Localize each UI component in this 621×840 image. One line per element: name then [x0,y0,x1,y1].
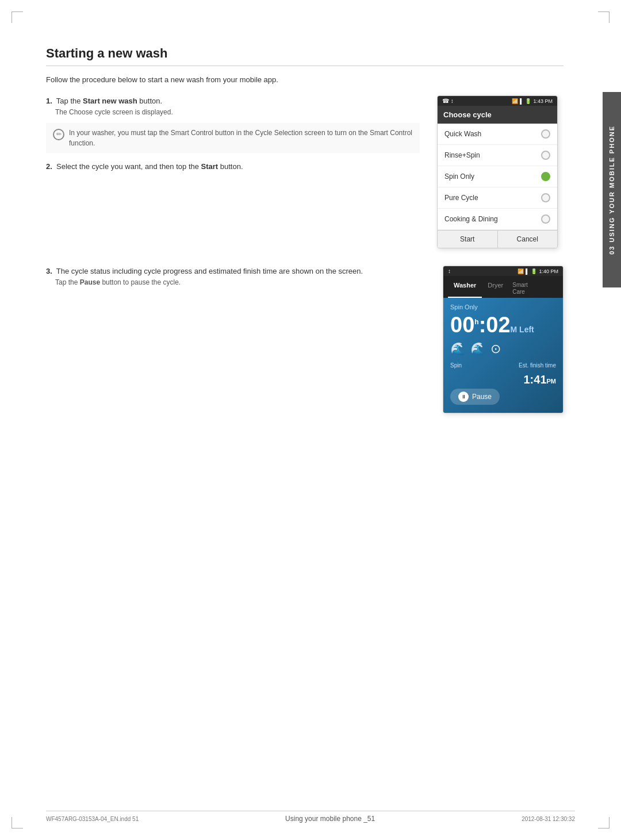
phone2-pause-label: Pause [472,393,492,401]
phone2-pause-btn[interactable]: ⏸ Pause [450,389,500,405]
phone2-est-time: 1:41PM [523,373,556,386]
step-1-number: 1. [46,97,52,105]
steps-1-2-row: 1. Tap the Start new wash button. The Ch… [46,95,564,248]
step-1: 1. Tap the Start new wash button. The Ch… [46,95,420,116]
side-tab-text: 03 USING YOUR MOBILE PHONE [608,125,615,255]
page-container: 03 USING YOUR MOBILE PHONE Starting a ne… [0,0,621,840]
phone2-spin-label: Spin Only [450,304,556,310]
section-title: Starting a new wash [46,46,564,66]
cycle-radio-rinsespin [541,151,550,160]
wave-icon-1: 🌊 [450,342,466,356]
phone2-pause-icon: ⏸ [458,392,469,402]
time-h-suffix: h [474,318,478,326]
phone2-est-time-value: 1:41 [523,373,546,386]
side-tab: 03 USING YOUR MOBILE PHONE [603,92,621,287]
phone2-tabs: Washer Dryer SmartCare [443,276,563,298]
step-2-bold: Start [201,162,218,171]
phone2-body: Spin Only 00h:02M Left 🌊 🌊 ⊙ Spin [443,298,563,413]
phone2-est-label: Est. finish time [519,362,556,369]
cycle-radio-cookingdining [541,214,550,224]
main-content: Starting a new wash Follow the procedure… [46,46,564,431]
corner-mark-tl [12,11,23,23]
step-1-sub: The Choose cycle screen is displayed. [55,108,420,116]
phone2-est-pm: PM [547,378,557,385]
corner-mark-br [598,817,610,829]
cycle-item-quickwash: Quick Wash [438,124,557,145]
phone1-cancel-btn[interactable]: Cancel [498,231,558,248]
time-colon: : [479,313,486,337]
phone2-footer-info: Spin Est. finish time [450,362,556,369]
intro-text: Follow the procedure below to start a ne… [46,75,564,84]
phone2-signal-icon: ▌ [526,269,529,274]
phone1-status-left: ☎ ↕ [442,98,454,104]
phone1-cycle-list: Quick Wash Rinse+Spin Spin Only Pur [438,124,557,230]
cycle-item-spinonly: Spin Only [438,166,557,187]
phone2-container: ↕ 📶 ▌ 🔋 1:40 PM Washer Dryer SmartCare [443,266,564,413]
time-minutes: 02 [486,313,510,337]
step-2: 2. Select the cycle you want, and then t… [46,161,420,172]
wave-icon-2: 🌊 [470,342,486,356]
phone2-spin-text: Spin [450,362,462,369]
cycle-radio-purecycle [541,193,550,202]
cycle-name-quickwash: Quick Wash [444,130,481,138]
step-3-row: 3. The cycle status including cycle prog… [46,266,564,413]
phone2-battery-icon: 🔋 [531,269,537,274]
phone2-wifi-icon: 📶 [518,269,524,274]
phone1-time: 1:43 PM [533,98,553,104]
cycle-name-rinsespin: Rinse+Spin [444,151,480,159]
corner-mark-tr [598,11,610,23]
step-3-number: 3. [46,267,52,275]
phone2-time: 1:40 PM [539,269,558,274]
phone2-tab-dryer[interactable]: Dryer [482,279,509,298]
phone2-status-left: ↕ [448,268,451,274]
steps-left: 1. Tap the Start new wash button. The Ch… [46,95,420,248]
phone1-header: Choose cycle [438,106,557,124]
corner-mark-bl [12,817,23,829]
cycle-name-purecycle: Pure Cycle [444,194,478,202]
wave-graphic: 🌊 🌊 ⊙ [450,342,556,356]
footer-right: 2012-08-31 12:30:32 [522,816,575,822]
step-1-text: 1. Tap the Start new wash button. [46,95,420,107]
signal-icon: ▌ [520,98,523,104]
step-3-sub: Tap the Pause button to pause the cycle. [55,278,425,286]
pause-bold: Pause [80,278,100,286]
battery-icon: 🔋 [525,98,531,104]
cycle-name-cookingdining: Cooking & Dining [444,215,498,223]
step-2-text: 2. Select the cycle you want, and then t… [46,161,420,172]
note-box: ✏ In your washer, you must tap the Smart… [46,123,420,153]
phone2-status-bar: ↕ 📶 ▌ 🔋 1:40 PM [443,266,563,276]
cycle-item-purecycle: Pure Cycle [438,187,557,209]
cycle-item-cookingdining: Cooking & Dining [438,209,557,230]
phone1-start-btn[interactable]: Start [438,231,498,248]
phone2-time-display: 00h:02M Left [450,314,556,336]
phone1-screen: ☎ ↕ 📶 ▌ 🔋 1:43 PM Choose cycle Quic [437,95,558,248]
step-3-text: 3. The cycle status including cycle prog… [46,266,425,277]
phone1-container: ☎ ↕ 📶 ▌ 🔋 1:43 PM Choose cycle Quic [437,95,564,248]
cycle-item-rinsespin: Rinse+Spin [438,145,557,166]
phone1-status-bar: ☎ ↕ 📶 ▌ 🔋 1:43 PM [438,96,557,106]
note-text: In your washer, you must tap the Smart C… [69,128,413,148]
phone1-footer: Start Cancel [438,230,557,248]
phone2-screen: ↕ 📶 ▌ 🔋 1:40 PM Washer Dryer SmartCare [443,266,564,413]
time-hours: 00 [450,313,474,337]
time-mleft: M Left [511,325,534,334]
note-icon: ✏ [53,129,64,140]
phone2-tab-washer[interactable]: Washer [448,279,482,298]
cycle-name-spinonly: Spin Only [444,172,474,181]
page-footer: WF457ARG-03153A-04_EN.indd 51 Using your… [46,811,575,823]
wifi-icon: 📶 [512,98,518,104]
phone2-est-time-block: 1:41PM [450,373,556,386]
step3-left: 3. The cycle status including cycle prog… [46,266,425,413]
footer-left: WF457ARG-03153A-04_EN.indd 51 [46,816,139,822]
cycle-radio-spinonly [541,172,550,181]
drum-icon: ⊙ [490,342,501,356]
phone2-status-right: 📶 ▌ 🔋 1:40 PM [518,268,558,274]
footer-center: Using your mobile phone _51 [285,815,375,823]
step-1-bold: Start new wash [83,97,137,105]
phone1-status-right: 📶 ▌ 🔋 1:43 PM [512,98,553,104]
phone2-tab-smartcare[interactable]: SmartCare [509,279,531,298]
cycle-radio-quickwash [541,129,550,139]
step-2-number: 2. [46,162,52,171]
